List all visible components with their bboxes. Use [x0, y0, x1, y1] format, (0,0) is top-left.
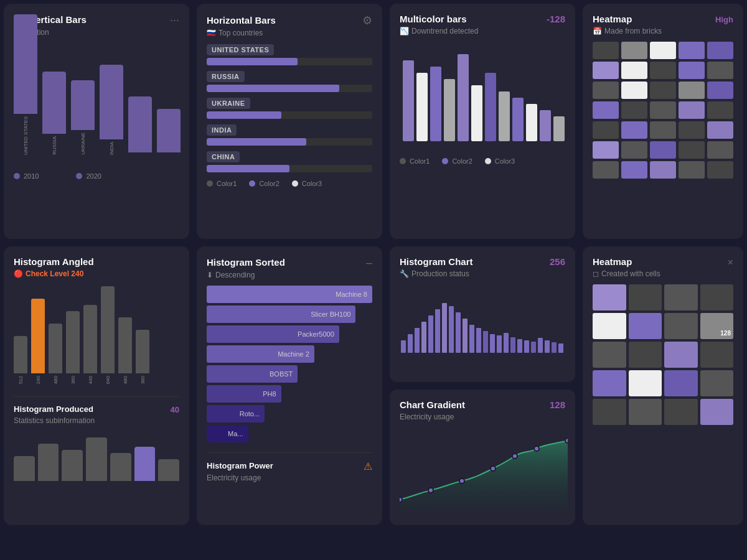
bar-label: 640 [105, 376, 111, 384]
downtrend-icon: 📉 [400, 27, 409, 35]
heatmap-cell [679, 161, 705, 179]
bar [101, 286, 115, 373]
high-badge: High [715, 15, 733, 24]
wrench-icon: 🔧 [400, 269, 409, 278]
heatmap-cell [621, 101, 647, 119]
heatmap-cell [629, 342, 662, 368]
sorted-row: Slicer BH100 [207, 306, 355, 323]
card-value: 256 [550, 256, 565, 267]
power-subtitle-text: Electricity usage [207, 474, 261, 482]
produced-bars [14, 431, 179, 481]
more-menu-icon[interactable]: ··· [170, 14, 179, 27]
sorted-row: Ma... [207, 425, 248, 442]
bar-row-china: CHINA [207, 151, 372, 172]
power-header: Histogram Power ⚠ [207, 460, 372, 472]
svg-rect-2 [430, 67, 441, 141]
timeline: 2010 2020 [14, 172, 179, 180]
svg-rect-28 [510, 337, 515, 353]
bar-label: Roto... [240, 410, 260, 418]
bar-fill [207, 138, 306, 146]
heatmap-cell [593, 42, 619, 59]
collapse-icon[interactable]: – [366, 256, 372, 269]
bar [83, 305, 97, 373]
power-title: Histogram Power [207, 461, 273, 470]
heatmap-cell [664, 342, 698, 368]
bar-row-us: UNITED STATES [207, 44, 372, 65]
legend-color2: Color2 [249, 180, 279, 187]
svg-rect-19 [449, 306, 454, 353]
svg-rect-13 [408, 334, 413, 353]
svg-rect-22 [469, 325, 474, 353]
svg-rect-1 [416, 73, 428, 141]
subtitle-text: Created with cells [601, 269, 660, 278]
bar-fill [207, 85, 339, 92]
heatmap-cell [707, 82, 733, 99]
bar [49, 324, 62, 373]
cell-value: 128 [720, 330, 731, 337]
bar-label: 360 [140, 376, 146, 384]
calendar-icon: 📅 [593, 27, 602, 35]
legend-dot [249, 180, 255, 187]
svg-rect-32 [538, 338, 543, 353]
heatmap-cell [650, 141, 676, 159]
horizontal-bars-card: Horizontal Bars ⚙ 🇷🇺 Top countries UNITE… [197, 4, 382, 239]
heatmap-cell [593, 121, 619, 139]
bar-label: Machine 8 [336, 291, 367, 298]
cells-icon: ◻ [593, 269, 599, 278]
svg-rect-25 [490, 334, 495, 353]
bar-group [128, 96, 152, 155]
svg-rect-5 [471, 85, 482, 141]
right-middle-column: Histogram Chart 256 🔧 Production status [386, 243, 579, 529]
heatmap-bottom-grid: 128 [593, 284, 733, 425]
svg-rect-31 [531, 342, 536, 353]
bar-group: 360 [136, 330, 149, 384]
power-subtitle: Electricity usage [207, 474, 372, 482]
gradient-chart-svg [400, 431, 568, 512]
bar-group: UNITED STATES [14, 14, 37, 155]
close-button[interactable]: × [728, 257, 733, 268]
prod-bar [134, 447, 156, 481]
color-legend: Color1 Color2 Color3 [207, 180, 372, 187]
heatmap-cell [621, 141, 647, 159]
bar-group: 512 [14, 336, 27, 384]
heatmap-cell [679, 62, 705, 79]
heatmap-cell [650, 101, 676, 119]
card-title: Histogram Chart [400, 256, 473, 267]
bar-label: 360 [70, 376, 76, 384]
produced-subtitle-text: Statistics subinformation [14, 416, 95, 425]
histogram-sorted-card: Histogram Sorted – ⬇ Descending Machine … [197, 246, 382, 525]
settings-icon[interactable]: ⚙ [362, 14, 372, 27]
subtitle-text: Production status [411, 269, 469, 278]
alert-text: Check Level 240 [26, 269, 83, 278]
heatmap-cell [679, 82, 705, 99]
heatmap-cell [593, 62, 619, 79]
heatmap-cell [664, 399, 698, 425]
legend-dot [485, 158, 491, 164]
svg-point-37 [428, 488, 433, 493]
card-title: Horizontal Bars [207, 15, 276, 26]
svg-rect-27 [504, 333, 509, 353]
sorted-row: Machine 2 [207, 345, 314, 363]
descending-icon: ⬇ [207, 271, 213, 279]
bar-label: RUSSIA [52, 136, 57, 155]
heatmap-cell [664, 284, 698, 310]
bar-group: 440 [83, 305, 97, 384]
prod-bar [38, 444, 59, 481]
card-title: Histogram Sorted [207, 257, 285, 268]
multicolor-chart [400, 48, 568, 147]
svg-rect-35 [558, 343, 563, 353]
svg-rect-9 [526, 104, 537, 141]
prod-bar [158, 459, 179, 481]
bar [66, 311, 80, 373]
heatmap-bottom-card: Heatmap × ◻ Created with cells 128 [583, 246, 743, 525]
chart-gradient-card: Chart Gradient 128 Electricity usage [390, 390, 575, 525]
heatmap-cell [593, 399, 626, 425]
card-title: Chart Gradient [400, 399, 465, 410]
svg-rect-33 [545, 340, 550, 353]
card-header: Heatmap High [593, 14, 733, 26]
legend-color3: Color3 [485, 157, 515, 165]
bar-row-india: INDIA [207, 124, 372, 146]
histogram-produced-section: Histogram Produced 40 Statistics subinfo… [14, 396, 179, 481]
heatmap-cell [679, 121, 705, 139]
legend-color3: Color3 [292, 180, 322, 187]
